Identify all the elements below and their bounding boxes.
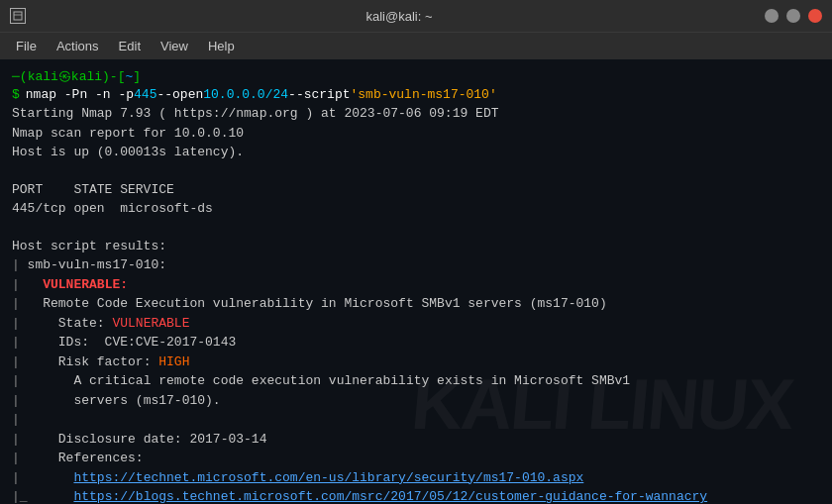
prompt-dir: ~ [125, 69, 133, 84]
prompt-dash2: - [110, 69, 118, 84]
output-smb-label: | smb-vuln-ms17-010: [12, 255, 820, 275]
output-port-445: 445/tcp open microsoft-ds [12, 199, 820, 219]
menu-help[interactable]: Help [198, 35, 245, 57]
cmd-script-flag: --script [288, 87, 350, 102]
menu-file[interactable]: File [6, 35, 47, 57]
prompt-dash: ─ [12, 69, 20, 84]
prompt-bracket-open: [ [118, 69, 126, 84]
prompt-line: ─ ( kali㉿kali ) - [ ~ ] [12, 67, 820, 85]
titlebar-title: kali@kali: ~ [365, 9, 432, 24]
menu-actions[interactable]: Actions [47, 35, 109, 57]
cmd-nmap: nmap -Pn -n -p [26, 87, 134, 102]
cmd-port: 445 [134, 87, 156, 102]
close-button[interactable] [808, 9, 822, 23]
minimize-button[interactable] [765, 9, 779, 23]
prompt-bracket-close: ] [133, 69, 141, 84]
prompt-dollar: $ [12, 87, 20, 102]
output-port-header: PORT STATE SERVICE [12, 180, 820, 200]
output-blank2 [12, 219, 820, 237]
output-vulnerable-header: | VULNERABLE: [12, 275, 820, 295]
terminal-area[interactable]: KALI LINUX ─ ( kali㉿kali ) - [ ~ ] $ nma… [0, 59, 832, 504]
titlebar-left [10, 8, 34, 24]
prompt-user: kali㉿kali [28, 67, 102, 85]
cmd-script-name: 'smb-vuln-ms17-010' [351, 87, 497, 102]
titlebar: kali@kali: ~ [0, 0, 832, 32]
output-ids: | IDs: CVE:CVE-2017-0143 [12, 333, 820, 353]
output-host-script: Host script results: [12, 237, 820, 256]
output-ref2: |_ https://blogs.technet.microsoft.com/m… [12, 487, 820, 504]
prompt-paren-open: ( [20, 69, 28, 84]
watermark: KALI LINUX [408, 363, 795, 445]
output-scan-report: Nmap scan report for 10.0.0.10 [12, 124, 820, 144]
cmd-open: --open [156, 87, 203, 102]
output-blank1 [12, 162, 820, 180]
menu-edit[interactable]: Edit [109, 35, 151, 57]
prompt-paren-close: ) [102, 69, 110, 84]
maximize-button[interactable] [786, 9, 800, 23]
command-line: $ nmap -Pn -n -p 445 --open 10.0.0.0/24 … [12, 87, 820, 102]
terminal-icon [10, 8, 26, 24]
output-ref1: | https://technet.microsoft.com/en-us/li… [12, 468, 820, 488]
menu-view[interactable]: View [151, 35, 198, 57]
svg-rect-0 [14, 12, 22, 20]
titlebar-controls [765, 9, 822, 23]
output-state: | State: VULNERABLE [12, 314, 820, 334]
output-rce-desc: | Remote Code Execution vulnerability in… [12, 294, 820, 314]
output-host-up: Host is up (0.00013s latency). [12, 143, 820, 162]
output-refs-label: | References: [12, 449, 820, 468]
output-starting: Starting Nmap 7.93 ( https://nmap.org ) … [12, 104, 820, 124]
menubar: File Actions Edit View Help [0, 32, 832, 59]
cmd-target: 10.0.0.0/24 [203, 87, 288, 102]
